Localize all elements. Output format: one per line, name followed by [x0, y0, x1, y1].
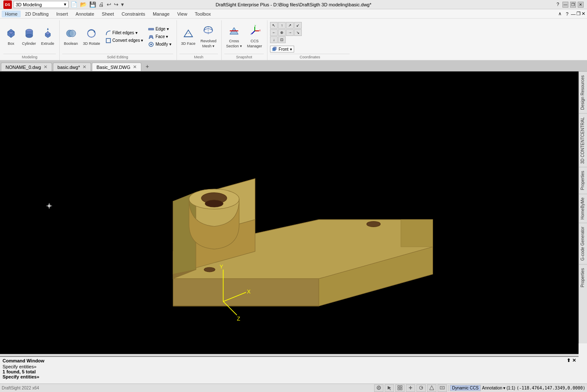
- tab-noname[interactable]: NONAME_0.dwg ✕: [1, 63, 52, 71]
- add-tab-btn[interactable]: +: [142, 62, 152, 71]
- fillet-icon: [105, 30, 111, 36]
- coord-btn-4[interactable]: ↙: [294, 22, 302, 29]
- coord-btn-8[interactable]: ↘: [294, 29, 302, 36]
- dynamic-ccs-btn[interactable]: Dynamic CCS: [450, 385, 481, 391]
- collapse-ribbon[interactable]: ∧: [557, 11, 563, 16]
- sidebar-design-resources[interactable]: Design Resources: [579, 71, 587, 113]
- ccs-manager-label: CCS: [251, 39, 259, 43]
- help-icon[interactable]: ?: [564, 11, 570, 16]
- menu-insert[interactable]: Insert: [53, 11, 72, 17]
- tab-basic[interactable]: basic.dwg* ✕: [53, 63, 91, 71]
- canvas-area[interactable]: X Y Z: [0, 71, 579, 354]
- cmd-win-btn2[interactable]: ✕: [572, 358, 576, 363]
- 3d-face-button[interactable]: 3D Face: [179, 27, 197, 47]
- workspace-dropdown[interactable]: 3D Modeling ▾: [14, 1, 69, 8]
- coord-btn-2[interactable]: ↑: [278, 22, 286, 29]
- box-button[interactable]: Box: [3, 27, 19, 47]
- menu-constraints[interactable]: Constraints: [118, 11, 149, 17]
- tab-basic-sw[interactable]: Basic_SW.DWG ✕: [92, 63, 141, 71]
- edge-icon: [148, 26, 154, 32]
- coord-btn-5[interactable]: ←: [270, 29, 278, 36]
- undo-btn[interactable]: ↩: [106, 1, 112, 8]
- right-sidebar: Design Resources 3D CONTENTCENTRAL Prope…: [579, 71, 587, 343]
- view-cube-icon: [272, 47, 277, 52]
- redo-btn[interactable]: ↪: [113, 1, 119, 8]
- tab-basic-close[interactable]: ✕: [83, 64, 86, 70]
- sidebar-3d-content[interactable]: 3D CONTENTCENTRAL: [579, 113, 587, 167]
- tab-noname-close[interactable]: ✕: [44, 64, 47, 70]
- coord-btn-3[interactable]: ↗: [286, 22, 294, 29]
- coord-btn-1[interactable]: ↖: [270, 22, 278, 29]
- grid-btn[interactable]: [395, 384, 405, 392]
- modify-button[interactable]: Modify ▾: [146, 41, 173, 48]
- title-text: DraftSight Enterprise Plus - D:\Blog fil…: [215, 2, 371, 7]
- close-btn[interactable]: ✕: [578, 2, 584, 8]
- boolean-button[interactable]: Boolean: [62, 27, 80, 47]
- snap-btn[interactable]: [374, 384, 383, 392]
- win-min2[interactable]: —: [571, 11, 576, 16]
- menu-manage[interactable]: Manage: [149, 11, 173, 17]
- coord-btn-9[interactable]: ↓: [270, 36, 278, 43]
- menu-2d-drafting[interactable]: 2D Drafting: [22, 11, 52, 17]
- menu-toolbox[interactable]: Toolbox: [191, 11, 214, 17]
- svg-marker-70: [430, 386, 434, 390]
- minimize-btn[interactable]: —: [562, 2, 568, 8]
- win-cl2[interactable]: ✕: [581, 11, 585, 16]
- qa-more[interactable]: ▾: [121, 1, 124, 8]
- fillet-edges-button[interactable]: Fillet edges ▾: [104, 30, 145, 36]
- save-btn[interactable]: 💾: [89, 1, 96, 8]
- menu-annotate[interactable]: Annotate: [72, 11, 98, 17]
- cross-section-button[interactable]: Cross Section ▾: [224, 24, 244, 49]
- svg-text:X: X: [259, 29, 261, 32]
- 3d-rotate-button[interactable]: 3D Rotate: [81, 27, 102, 47]
- menu-sheet[interactable]: Sheet: [99, 11, 118, 17]
- sidebar-gcode[interactable]: G-code Generator: [579, 223, 587, 264]
- restore-btn[interactable]: ❐: [570, 2, 576, 8]
- annotation-group: Annotation ▾: [482, 386, 505, 390]
- svg-text:Z: Z: [237, 315, 240, 322]
- dynin-btn[interactable]: [438, 384, 447, 392]
- ribbon-content: Box Cylinder Extrude Modeling: [0, 19, 587, 60]
- svg-text:Z: Z: [251, 33, 252, 35]
- revolved-mesh-button[interactable]: Revolved Mesh ▾: [199, 24, 218, 49]
- 3d-rotate-icon: [85, 27, 97, 41]
- box-icon: [5, 27, 17, 41]
- coordinates-display: (-118.4764,147.3349,0.0000): [516, 386, 585, 390]
- coord-btn-6[interactable]: ⊕: [278, 29, 286, 36]
- help-btn[interactable]: ?: [555, 2, 561, 8]
- cmd-win-btn1[interactable]: ⬆: [567, 358, 570, 363]
- coord-btn-10[interactable]: ⊡: [278, 36, 286, 43]
- view-dropdown[interactable]: Front ▾: [270, 46, 294, 52]
- tabs-bar: NONAME_0.dwg ✕ basic.dwg* ✕ Basic_SW.DWG…: [0, 61, 587, 71]
- svg-marker-61: [388, 386, 391, 390]
- menu-view[interactable]: View: [174, 11, 191, 17]
- face-button[interactable]: Face ▾: [146, 33, 173, 40]
- sidebar-homebyme[interactable]: HomeByMe: [579, 194, 587, 223]
- tab-basic-sw-close[interactable]: ✕: [133, 64, 137, 70]
- open-btn[interactable]: 📂: [80, 1, 87, 8]
- menu-home[interactable]: Home: [2, 11, 21, 17]
- annotation-arrow[interactable]: ▾: [503, 386, 505, 390]
- extrude-button[interactable]: Extrude: [39, 27, 56, 47]
- coord-btn-7[interactable]: →: [286, 29, 294, 36]
- fillet-convert-group: Fillet edges ▾ Convert edges ▾: [104, 30, 145, 44]
- svg-rect-62: [398, 386, 400, 387]
- osnap-btn[interactable]: [427, 384, 436, 392]
- boolean-label: Boolean: [64, 41, 78, 46]
- 3d-rotate-label: 3D Rotate: [83, 41, 100, 46]
- print-btn[interactable]: 🖨: [98, 1, 105, 8]
- ortho-btn[interactable]: [406, 384, 415, 392]
- edge-button[interactable]: Edge ▾: [146, 26, 173, 33]
- win-rest2[interactable]: ❐: [576, 11, 581, 16]
- cylinder-button[interactable]: Cylinder: [20, 27, 38, 47]
- view-arrow: ▾: [290, 47, 292, 52]
- convert-edges-button[interactable]: Convert edges ▾: [104, 37, 145, 44]
- svg-rect-34: [273, 48, 275, 51]
- pointer-btn[interactable]: [385, 384, 394, 392]
- polar-btn[interactable]: [416, 384, 426, 392]
- new-btn[interactable]: 📄: [70, 1, 78, 8]
- sidebar-properties2[interactable]: Properties: [579, 264, 587, 291]
- sidebar-properties[interactable]: Properties: [579, 167, 587, 194]
- scale-label: (1:1): [507, 386, 515, 390]
- ccs-manager-button[interactable]: XYZ CCS Manager: [245, 24, 264, 49]
